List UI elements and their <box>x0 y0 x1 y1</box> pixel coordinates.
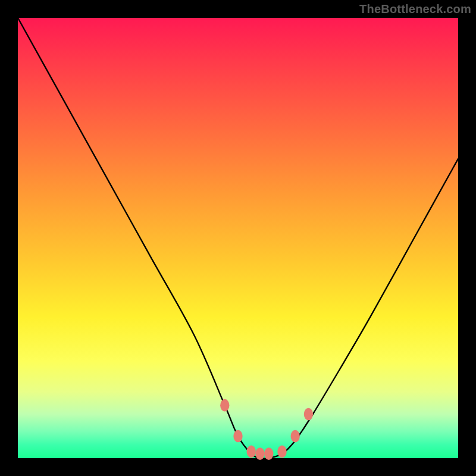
marker-trough-left <box>247 446 256 458</box>
marker-trough-mid-a <box>255 447 264 460</box>
bottleneck-curve-path <box>18 18 458 459</box>
chart-frame: TheBottleneck.com <box>0 0 476 476</box>
marker-left-knee-upper <box>220 399 229 412</box>
marker-trough-mid-b <box>264 447 273 460</box>
marker-left-knee-lower <box>233 430 242 443</box>
marker-right-knee-lower <box>291 430 300 443</box>
marker-right-knee-upper <box>304 408 313 421</box>
marker-trough-right <box>277 446 286 458</box>
watermark-text: TheBottleneck.com <box>359 2 471 16</box>
plot-area <box>18 18 458 458</box>
curve-svg <box>18 18 458 458</box>
